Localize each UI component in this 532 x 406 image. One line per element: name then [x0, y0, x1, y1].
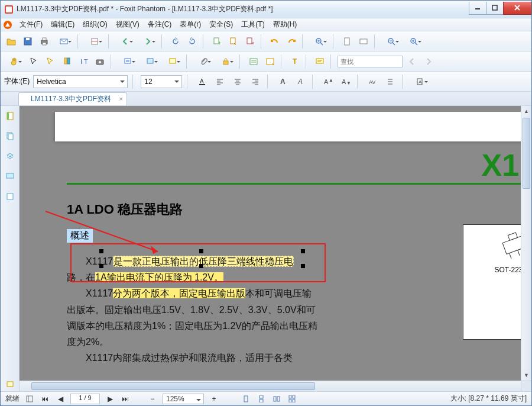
email-button[interactable]: [54, 34, 74, 49]
selection-handle[interactable]: [199, 264, 203, 268]
rotate-left-button[interactable]: [168, 34, 183, 49]
layers-icon[interactable]: [4, 150, 17, 163]
form-highlight-button[interactable]: [263, 54, 277, 69]
page-input[interactable]: 1 / 9: [70, 394, 100, 404]
svg-rect-90: [277, 397, 280, 401]
comments-icon[interactable]: [4, 170, 17, 183]
scroll-thumb-h[interactable]: [31, 382, 315, 390]
continuous-button[interactable]: [256, 394, 267, 404]
save-button[interactable]: [21, 34, 35, 49]
char-spacing-button[interactable]: AV: [365, 75, 379, 89]
redo-button[interactable]: [284, 34, 299, 49]
pages-icon[interactable]: [4, 130, 17, 143]
rotate-right-button[interactable]: [185, 34, 199, 49]
font-size-combo[interactable]: 12: [141, 75, 182, 88]
zoom-in-status-button[interactable]: +: [209, 394, 219, 404]
next-page-button[interactable]: ▶: [105, 394, 115, 404]
hand-tool-button[interactable]: [4, 54, 24, 69]
open-button[interactable]: [4, 34, 18, 49]
close-button[interactable]: [503, 2, 531, 15]
line-spacing-button[interactable]: [383, 75, 397, 89]
selection-handle[interactable]: [99, 249, 103, 253]
selection-handle[interactable]: [199, 249, 203, 253]
menu-secure[interactable]: 安全(S): [206, 18, 236, 31]
snapshot-button[interactable]: [93, 54, 107, 69]
lock-button[interactable]: [216, 54, 236, 69]
facing-continuous-button[interactable]: [287, 394, 297, 404]
highlight-selection[interactable]: 是一款正电压输出的低压降三端线性稳压电: [113, 256, 294, 267]
font-family-combo[interactable]: Helvetica: [33, 75, 128, 88]
highlight-tool-button[interactable]: [60, 54, 74, 69]
zoom-in2-button[interactable]: [404, 34, 424, 49]
attachments-icon[interactable]: [4, 190, 17, 203]
document-tab[interactable]: LM1117-3.3中文PDF资料 ×: [18, 92, 127, 105]
align-right-button[interactable]: [248, 75, 262, 89]
single-page-button[interactable]: [241, 394, 251, 404]
undo-button[interactable]: [268, 34, 282, 49]
toggle-panel-button[interactable]: [24, 394, 35, 404]
document-viewport[interactable]: X11 1A LDO 稳压器电路 概述 X1117是一款正电压输出的低压降三端线…: [20, 106, 531, 391]
zoom-out-status-button[interactable]: −: [147, 394, 158, 404]
nav-prev-button[interactable]: [115, 34, 135, 49]
extract-page-button[interactable]: [226, 34, 241, 49]
selection-handle[interactable]: [301, 249, 305, 253]
callout-button[interactable]: [163, 54, 183, 69]
minimize-button[interactable]: [469, 2, 486, 15]
maximize-button[interactable]: [486, 2, 504, 15]
tab-close-icon[interactable]: ×: [119, 95, 123, 102]
menu-org[interactable]: 组织(O): [79, 18, 111, 31]
text-select-button[interactable]: I T: [76, 54, 90, 69]
prev-page-button[interactable]: ◀: [55, 394, 66, 404]
scroll-up-icon[interactable]: ▲: [521, 106, 531, 117]
italic-button[interactable]: A: [293, 75, 307, 89]
text-direction-button[interactable]: A: [410, 75, 430, 89]
fit-page-button[interactable]: [340, 34, 354, 49]
scroll-thumb[interactable]: [523, 118, 530, 189]
align-left-button[interactable]: [213, 75, 227, 89]
last-page-button[interactable]: ⏭: [120, 394, 131, 404]
zoom-out-button[interactable]: [381, 34, 401, 49]
align-center-button[interactable]: [231, 75, 245, 89]
fit-width-button[interactable]: [356, 34, 371, 49]
menu-view[interactable]: 视图(V): [112, 18, 143, 31]
insert-page-button[interactable]: +: [210, 34, 224, 49]
select-annot-button[interactable]: [43, 54, 57, 69]
menu-file[interactable]: 文件(F): [16, 18, 46, 31]
note-button[interactable]: [118, 54, 138, 69]
nav-next-button[interactable]: [138, 34, 158, 49]
selection-handle[interactable]: [301, 264, 305, 268]
delete-page-button[interactable]: ×: [243, 34, 257, 49]
search-next-button[interactable]: [421, 54, 436, 69]
form-edit-button[interactable]: [246, 54, 261, 69]
search-input[interactable]: [338, 56, 403, 67]
increase-font-button[interactable]: A▲: [320, 75, 335, 89]
svg-rect-42: [250, 59, 257, 65]
notes-panel-icon[interactable]: [4, 378, 17, 391]
attach-button[interactable]: [193, 54, 213, 69]
search-prev-button[interactable]: [405, 54, 419, 69]
typewriter-button[interactable]: T: [288, 54, 302, 69]
bookmarks-icon[interactable]: [4, 109, 17, 123]
comment-list-button[interactable]: [313, 54, 327, 69]
font-color-button[interactable]: A: [195, 75, 209, 89]
menu-help[interactable]: 帮助(H): [270, 18, 301, 31]
scroll-down-icon[interactable]: ▼: [521, 370, 531, 381]
horizontal-scrollbar[interactable]: [20, 381, 521, 391]
facing-button[interactable]: [271, 394, 282, 404]
select-tool-button[interactable]: [27, 54, 41, 69]
menu-edit[interactable]: 编辑(E): [47, 18, 78, 31]
vertical-scrollbar[interactable]: ▲ ▼: [521, 106, 531, 381]
print-button[interactable]: [37, 34, 51, 49]
scan-button[interactable]: [85, 34, 105, 49]
page-size-label: 大小: [8.27 * 11.69 英寸]: [450, 394, 527, 404]
menu-tools[interactable]: 工具(T): [238, 18, 268, 31]
stamp-button[interactable]: [140, 54, 160, 69]
zoom-combo[interactable]: 125%: [163, 394, 204, 404]
first-page-button[interactable]: ⏮: [40, 394, 50, 404]
menu-form[interactable]: 表单(r): [176, 18, 205, 31]
selection-handle[interactable]: [99, 264, 103, 268]
menu-comment[interactable]: 备注(C): [144, 18, 176, 31]
bold-button[interactable]: A: [275, 75, 290, 89]
decrease-font-button[interactable]: A▼: [338, 75, 352, 89]
zoom-in-button[interactable]: [309, 34, 329, 49]
